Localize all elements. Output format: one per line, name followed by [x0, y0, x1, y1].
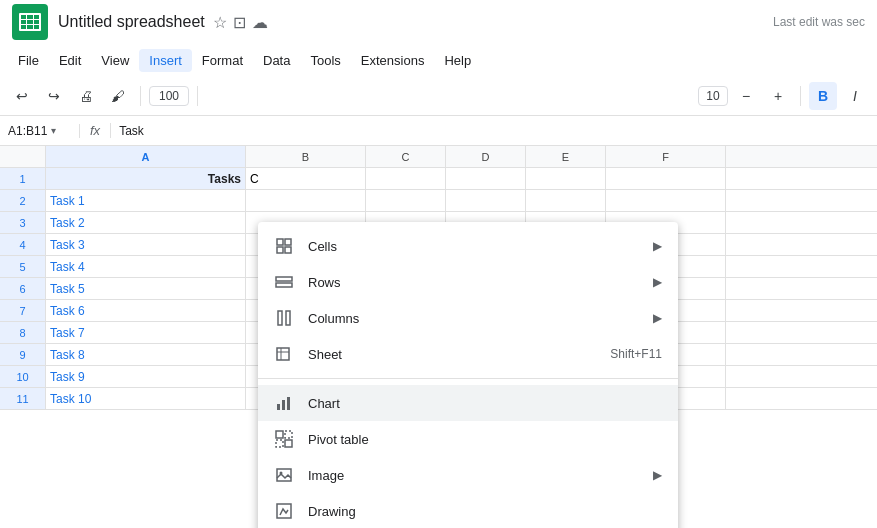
insert-columns-item[interactable]: Columns ▶ — [258, 300, 678, 336]
column-headers: A B C D E F — [0, 146, 877, 168]
menu-insert[interactable]: Insert — [139, 49, 192, 72]
cell-a8[interactable]: Task 7 — [46, 322, 246, 343]
svg-rect-16 — [276, 440, 283, 447]
cell-e2[interactable] — [526, 190, 606, 211]
menu-data[interactable]: Data — [253, 49, 300, 72]
row-num-8: 8 — [0, 322, 46, 343]
drawing-label: Drawing — [308, 504, 662, 519]
font-size-decrease[interactable]: − — [732, 82, 760, 110]
toolbar-separator-3 — [800, 86, 801, 106]
cell-reference[interactable]: A1:B11 ▾ — [0, 124, 80, 138]
menu-edit[interactable]: Edit — [49, 49, 91, 72]
bold-button[interactable]: B — [809, 82, 837, 110]
zoom-selector[interactable]: 100 — [149, 86, 189, 106]
svg-rect-0 — [277, 239, 283, 245]
insert-drawing-item[interactable]: Drawing — [258, 493, 678, 528]
sheet-shortcut: Shift+F11 — [610, 347, 662, 361]
print-button[interactable]: 🖨 — [72, 82, 100, 110]
sheet-label: Sheet — [308, 347, 610, 362]
insert-rows-item[interactable]: Rows ▶ — [258, 264, 678, 300]
menu-view[interactable]: View — [91, 49, 139, 72]
svg-rect-2 — [277, 247, 283, 253]
menu-format[interactable]: Format — [192, 49, 253, 72]
folder-icon[interactable]: ⊡ — [233, 13, 246, 32]
svg-rect-1 — [285, 239, 291, 245]
cell-a9[interactable]: Task 8 — [46, 344, 246, 365]
spreadsheet-container: A B C D E F 1 Tasks C 2 Task 1 3 Task 2 … — [0, 146, 877, 410]
sheet-icon — [274, 344, 294, 364]
cell-a5[interactable]: Task 4 — [46, 256, 246, 277]
cell-a4[interactable]: Task 3 — [46, 234, 246, 255]
insert-cells-item[interactable]: Cells ▶ — [258, 228, 678, 264]
svg-rect-5 — [276, 283, 292, 287]
col-header-b[interactable]: B — [246, 146, 366, 167]
columns-label: Columns — [308, 311, 645, 326]
toolbar: ↩ ↪ 🖨 🖌 100 10 − + B I — [0, 76, 877, 116]
rows-icon — [274, 272, 294, 292]
row-num-4: 4 — [0, 234, 46, 255]
formula-bar: A1:B11 ▾ fx Task — [0, 116, 877, 146]
font-size-increase[interactable]: + — [764, 82, 792, 110]
rows-label: Rows — [308, 275, 645, 290]
undo-button[interactable]: ↩ — [8, 82, 36, 110]
formula-content[interactable]: Task — [111, 124, 152, 138]
cell-f1[interactable] — [606, 168, 726, 189]
insert-chart-item[interactable]: Chart — [258, 385, 678, 421]
row-num-2: 2 — [0, 190, 46, 211]
col-header-c[interactable]: C — [366, 146, 446, 167]
row-num-7: 7 — [0, 300, 46, 321]
cell-a7[interactable]: Task 6 — [46, 300, 246, 321]
cell-b1[interactable]: C — [246, 168, 366, 189]
star-icon[interactable]: ☆ — [213, 13, 227, 32]
row-num-9: 9 — [0, 344, 46, 365]
cell-c2[interactable] — [366, 190, 446, 211]
cell-ref-dropdown-icon[interactable]: ▾ — [51, 125, 56, 136]
app-logo-inner — [19, 13, 41, 31]
cloud-icon[interactable]: ☁ — [252, 13, 268, 32]
cell-e1[interactable] — [526, 168, 606, 189]
col-header-a[interactable]: A — [46, 146, 246, 167]
italic-button[interactable]: I — [841, 82, 869, 110]
toolbar-separator-1 — [140, 86, 141, 106]
cell-a1[interactable]: Tasks — [46, 168, 246, 189]
formula-label: fx — [80, 123, 111, 138]
redo-button[interactable]: ↪ — [40, 82, 68, 110]
row-num-11: 11 — [0, 388, 46, 409]
svg-rect-14 — [276, 431, 283, 438]
menu-tools[interactable]: Tools — [300, 49, 350, 72]
svg-rect-15 — [285, 431, 292, 438]
toolbar-separator-2 — [197, 86, 198, 106]
menu-extensions[interactable]: Extensions — [351, 49, 435, 72]
cell-d1[interactable] — [446, 168, 526, 189]
svg-rect-13 — [287, 397, 290, 410]
insert-sheet-item[interactable]: Sheet Shift+F11 — [258, 336, 678, 372]
paint-format-button[interactable]: 🖌 — [104, 82, 132, 110]
menu-file[interactable]: File — [8, 49, 49, 72]
col-header-f[interactable]: F — [606, 146, 726, 167]
cells-icon — [274, 236, 294, 256]
insert-image-item[interactable]: Image ▶ — [258, 457, 678, 493]
font-size-selector[interactable]: 10 — [698, 86, 728, 106]
chart-icon — [274, 393, 294, 413]
cell-a6[interactable]: Task 5 — [46, 278, 246, 299]
insert-pivot-item[interactable]: Pivot table — [258, 421, 678, 457]
cell-a10[interactable]: Task 9 — [46, 366, 246, 387]
columns-arrow: ▶ — [653, 311, 662, 325]
cell-a11[interactable]: Task 10 — [46, 388, 246, 409]
document-title: Untitled spreadsheet — [58, 13, 205, 31]
image-icon — [274, 465, 294, 485]
cell-a3[interactable]: Task 2 — [46, 212, 246, 233]
cell-c1[interactable] — [366, 168, 446, 189]
col-header-d[interactable]: D — [446, 146, 526, 167]
cell-f2[interactable] — [606, 190, 726, 211]
svg-rect-12 — [282, 400, 285, 410]
rows-arrow: ▶ — [653, 275, 662, 289]
svg-rect-7 — [286, 311, 290, 325]
menu-help[interactable]: Help — [434, 49, 481, 72]
col-header-e[interactable]: E — [526, 146, 606, 167]
row-num-3: 3 — [0, 212, 46, 233]
cell-a2[interactable]: Task 1 — [46, 190, 246, 211]
drawing-icon — [274, 501, 294, 521]
cell-d2[interactable] — [446, 190, 526, 211]
cell-b2[interactable] — [246, 190, 366, 211]
